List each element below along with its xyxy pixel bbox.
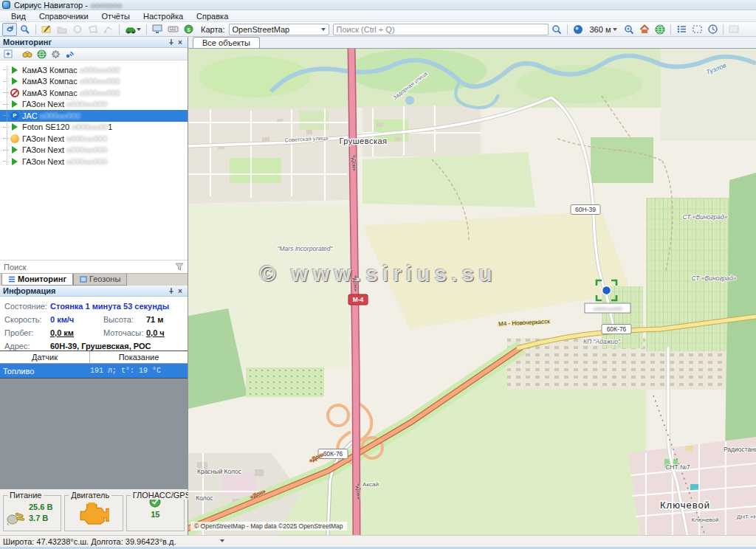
map-select-label: Карта: (201, 25, 225, 34)
settings-gear-button[interactable] (49, 49, 61, 60)
vehicle-row-3[interactable]: ГАЗон Nextо000оо000 (0, 99, 188, 111)
map-label: СТ «Виноград» (682, 213, 727, 221)
map-edit-icon (41, 24, 52, 34)
geozone-circle-button[interactable] (70, 23, 85, 36)
vehicle-row-7[interactable]: ГАЗон Nextо000оо000 (0, 145, 188, 156)
sensor-row-0[interactable]: Топливо191 л; t°: 19 °C (0, 364, 188, 378)
vehicle-tools-button[interactable] (123, 23, 143, 36)
map-tab-all-objects[interactable]: Все объекты (193, 37, 260, 48)
magnifier-icon (20, 24, 30, 35)
map-label: «Дон» (352, 275, 359, 291)
tab-geozones[interactable]: Геозоны (73, 274, 127, 286)
engine-gauge: Двигатель (64, 495, 123, 531)
menu-item-2[interactable]: Отчёты (95, 11, 137, 21)
vehicle-status-icon-parked (10, 111, 19, 120)
vehicle-plate-masked: о000оо000 (80, 66, 120, 75)
coin-icon: $ (184, 24, 193, 34)
object-list-button[interactable] (674, 23, 689, 36)
map-viewport[interactable]: М-460Н-3960К-7660К-76 Советская улицаГру… (188, 49, 756, 535)
pin-icon[interactable] (167, 286, 176, 295)
close-icon[interactable]: × (176, 286, 185, 295)
vehicle-search-input[interactable]: Поиск (0, 260, 188, 273)
vehicle-list: КамАЗ Компасо000оо000КамАЗ Компасо000оо0… (0, 61, 188, 260)
fullscreen-button[interactable] (726, 23, 741, 36)
vehicle-row-0[interactable]: КамАЗ Компасо000оо000 (0, 64, 188, 76)
home-button[interactable] (637, 23, 652, 36)
polyline-shape-icon (103, 24, 114, 34)
zoom-in-button[interactable] (622, 23, 636, 36)
gps-gauge-label: ГЛОНАСС/GPS (131, 491, 193, 500)
dropdown-caret-icon (137, 28, 141, 31)
svg-text:60К-76: 60К-76 (607, 325, 627, 333)
vehicle-row-2[interactable]: КамАЗ Компасо000оо000 (0, 87, 188, 99)
tree-branch (3, 150, 9, 151)
zoom-in-icon (624, 24, 634, 35)
telematics-button[interactable] (63, 49, 75, 60)
binoculars-icon[interactable] (21, 49, 33, 60)
vehicle-plate-masked: о000оо000 (66, 145, 107, 154)
power-voltage-backup: 3.7 В (29, 513, 52, 524)
map-canvas[interactable]: М-460Н-3960К-7660К-76 Советская улицаГру… (188, 49, 756, 535)
vehicle-row-1[interactable]: КамАЗ Компасо000оо000 (0, 76, 188, 88)
hours-value[interactable]: 0,0 ч (146, 328, 183, 337)
map-label: Радиостанция (724, 446, 756, 453)
sensor-name: Топливо (0, 367, 90, 376)
vehicle-plate-masked: о000оо000 (80, 77, 120, 86)
sensors-table-header: ДатчикПоказание (0, 351, 188, 364)
menu-item-4[interactable]: Справка (190, 11, 235, 21)
geozone-polygon-button[interactable] (86, 23, 100, 36)
filter-icon (175, 263, 184, 271)
coordinates-text: Широта: 47.43238°с.ш. Долгота: 39.96423°… (3, 537, 176, 546)
map-label: СНТ №7 (665, 463, 690, 471)
vehicle-row-5[interactable]: Foton SE120о000оо001 (0, 122, 188, 134)
vehicle-name: ГАЗон Next (22, 100, 64, 108)
geozone-line-button[interactable] (101, 23, 116, 36)
menu-item-0[interactable]: Вид (4, 11, 32, 21)
close-icon[interactable]: × (176, 38, 185, 46)
left-panel: Мониторинг × КамАЗ Компасо000оо000КамАЗ … (0, 37, 188, 535)
menu-item-3[interactable]: Настройка (137, 11, 190, 21)
geozone-group-button[interactable] (55, 23, 69, 36)
map-attribution: © OpenStreetMap - Map data ©2025 OpenStr… (190, 522, 347, 531)
run-search-button[interactable] (549, 23, 564, 36)
statusbar-caret-icon[interactable] (220, 539, 224, 542)
map-scale-select[interactable]: 360 м (586, 23, 622, 36)
locate-button[interactable] (571, 23, 585, 36)
tab-monitoring[interactable]: Мониторинг (1, 274, 73, 286)
blue-globe-magnifier-icon (573, 24, 583, 35)
global-search-input[interactable]: Поиск (Ctrl + Q) (333, 24, 549, 35)
polygon-shape-icon (88, 24, 98, 34)
vehicle-name: JAC (22, 111, 38, 120)
tree-branch (3, 69, 9, 70)
track-mode-button[interactable] (2, 23, 17, 36)
vehicle-row-4[interactable]: JACо000оо000 (0, 110, 188, 122)
toolbar-separator (35, 24, 36, 35)
vehicle-status-icon-moving (12, 77, 18, 85)
map-provider-select[interactable]: OpenStreetMap (229, 24, 329, 35)
altitude-label: Высота: (103, 315, 146, 324)
map-label: Ключевой (692, 517, 719, 523)
map-globe-button[interactable] (35, 49, 47, 60)
mileage-value[interactable]: 0,0 км (50, 328, 103, 337)
vehicle-status-icon-moving (12, 146, 18, 153)
tree-branch (3, 161, 9, 162)
history-button[interactable] (705, 23, 720, 36)
world-map-button[interactable] (653, 23, 667, 36)
keyboard-button[interactable] (165, 23, 180, 36)
vehicle-row-6[interactable]: ГАЗон Nextо000оо000 (0, 133, 188, 145)
sensors-table: ДатчикПоказание Топливо191 л; t°: 19 °C (0, 351, 188, 379)
monitor-button[interactable] (150, 23, 165, 36)
expand-all-button[interactable] (2, 49, 14, 60)
menu-item-1[interactable]: Справочники (32, 11, 95, 21)
map-label: Грушевская (339, 137, 387, 145)
billing-button[interactable]: $ (181, 23, 196, 36)
vehicle-row-8[interactable]: ГАЗон Nextо000оо000 (0, 156, 188, 168)
gauges-panel: Питание 25.6 В 3.7 В Двигатель ГЛОНАСС/G… (0, 489, 188, 535)
edit-map-button[interactable] (39, 23, 54, 36)
monitor-icon (152, 24, 162, 34)
dropdown-caret-icon (321, 28, 326, 31)
search-object-button[interactable] (18, 23, 32, 36)
pin-icon[interactable] (167, 38, 176, 46)
select-area-button[interactable] (690, 23, 704, 36)
refresh-icon (5, 24, 15, 34)
